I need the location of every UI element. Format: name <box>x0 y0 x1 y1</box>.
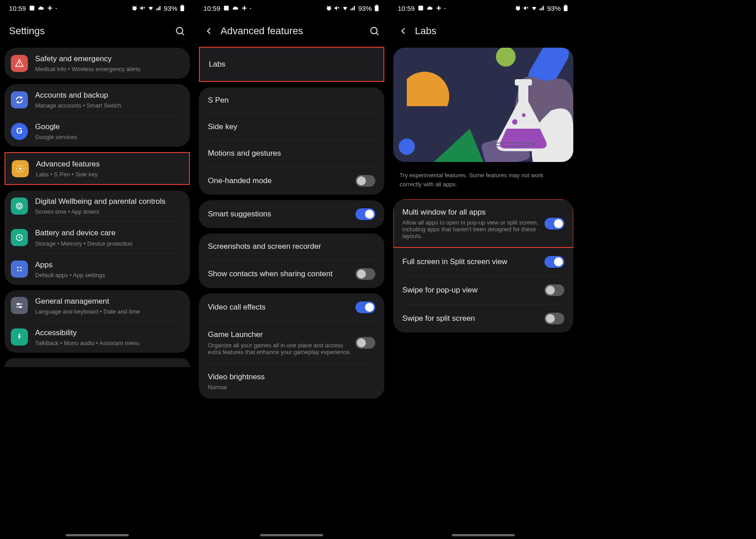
af-row-video-effects[interactable]: Video call effects <box>199 293 384 321</box>
sync-icon <box>11 91 28 108</box>
heart-icon <box>11 198 28 215</box>
svg-rect-33 <box>418 6 423 11</box>
settings-row-accounts[interactable]: Accounts and backup Manage accounts • Sm… <box>4 84 190 115</box>
header: Labs <box>389 16 578 48</box>
settings-group: General management Language and keyboard… <box>4 290 190 353</box>
apps-icon <box>11 261 28 278</box>
labs-row-swipe-popup[interactable]: Swipe for pop-up view <box>393 276 573 304</box>
toggle-smart-suggestions[interactable] <box>356 208 375 220</box>
svg-point-36 <box>516 6 520 10</box>
sliders-icon <box>11 297 28 314</box>
svg-rect-0 <box>29 6 34 11</box>
row-sub: Medical info • Wireless emergency alerts <box>35 66 181 72</box>
battery-text: 93% <box>547 4 561 12</box>
row-title: Show contacts when sharing content <box>208 269 356 279</box>
svg-rect-48 <box>515 79 532 85</box>
wifi-icon <box>531 5 537 11</box>
phone-labs: 10:59 • 93% Labs <box>389 0 578 539</box>
home-indicator[interactable] <box>66 534 129 536</box>
home-indicator[interactable] <box>452 534 515 536</box>
home-indicator[interactable] <box>260 534 323 536</box>
af-row-motions[interactable]: Motions and gestures <box>199 140 384 166</box>
cross-icon <box>47 5 53 11</box>
labs-hero-image <box>393 48 573 162</box>
toggle-fullscreen-split[interactable] <box>544 256 564 268</box>
af-row-show-contacts[interactable]: Show contacts when sharing content <box>199 260 384 288</box>
settings-group-peek <box>4 358 190 367</box>
svg-point-21 <box>20 306 21 308</box>
toggle-onehanded[interactable] <box>356 175 375 187</box>
row-title: Advanced features <box>36 159 180 169</box>
af-row-game-launcher[interactable]: Game Launcher Organize all your games al… <box>199 322 384 363</box>
settings-row-battery[interactable]: Battery and device care Storage • Memory… <box>4 222 190 253</box>
settings-row-safety[interactable]: Safety and emergency Medical info • Wire… <box>4 48 190 79</box>
search-button[interactable] <box>175 26 185 36</box>
status-bar: 10:59 • 93% <box>194 0 389 16</box>
accessibility-icon <box>11 328 28 346</box>
toggle-video-effects[interactable] <box>356 301 375 313</box>
row-title: One-handed mode <box>208 176 356 186</box>
labs-row-multiwindow[interactable]: Multi window for all apps Allow all apps… <box>393 199 573 247</box>
row-sub: TalkBack • Mono audio • Assistant menu <box>35 340 181 346</box>
row-sub: Default apps • App settings <box>35 272 181 278</box>
af-row-screenshots[interactable]: Screenshots and screen recorder <box>199 234 384 260</box>
toggle-multiwindow[interactable] <box>544 218 564 229</box>
page-title: Advanced features <box>220 25 303 37</box>
labs-row-fullscreen-split[interactable]: Full screen in Split screen view <box>393 248 573 276</box>
settings-row-general[interactable]: General management Language and keyboard… <box>4 290 190 321</box>
af-row-onehanded[interactable]: One-handed mode <box>199 167 384 195</box>
af-row-labs[interactable]: Labs <box>200 48 383 81</box>
signal-icon <box>539 5 545 11</box>
svg-point-31 <box>371 27 377 34</box>
af-row-video-brightness[interactable]: Video brightness Normal <box>199 364 384 399</box>
svg-point-17 <box>20 270 22 271</box>
svg-point-10 <box>19 167 22 170</box>
back-button[interactable] <box>203 26 214 36</box>
row-title: Labs <box>209 59 374 69</box>
toggle-swipe-popup[interactable] <box>544 284 564 296</box>
device-care-icon <box>11 229 28 246</box>
row-title: Swipe for split screen <box>402 314 544 323</box>
svg-rect-30 <box>376 5 377 6</box>
row-sub: Language and keyboard • Date and time <box>35 308 181 315</box>
af-row-sidekey[interactable]: Side key <box>199 114 384 140</box>
toggle-show-contacts[interactable] <box>356 268 375 280</box>
status-time: 10:59 <box>9 4 26 12</box>
page-title: Labs <box>415 25 436 37</box>
af-row-spen[interactable]: S Pen <box>199 87 384 113</box>
svg-rect-23 <box>224 6 229 11</box>
af-group-labs: Labs <box>199 47 384 82</box>
labs-row-swipe-split[interactable]: Swipe for split screen <box>393 305 573 332</box>
row-title: Smart suggestions <box>208 209 356 219</box>
svg-line-32 <box>376 33 378 35</box>
cloud-icon <box>427 5 433 11</box>
settings-row-advanced-features[interactable]: Advanced features Labs • S Pen • Side ke… <box>5 153 189 184</box>
svg-point-16 <box>17 270 18 271</box>
settings-group-advanced: Advanced features Labs • S Pen • Side ke… <box>4 152 190 185</box>
battery-icon <box>562 5 569 11</box>
gear-icon <box>12 160 29 177</box>
settings-row-accessibility[interactable]: Accessibility TalkBack • Mono audio • As… <box>4 322 190 353</box>
settings-row-wellbeing[interactable]: Digital Wellbeing and parental controls … <box>4 190 190 221</box>
svg-point-15 <box>20 267 22 268</box>
status-more: • <box>250 6 252 10</box>
search-button[interactable] <box>369 26 380 36</box>
row-sub: Allow all apps to open in pop-up view or… <box>402 219 544 239</box>
toggle-swipe-split[interactable] <box>544 313 564 324</box>
status-bar: 10:59 • 93% <box>0 0 194 16</box>
row-title: General management <box>35 296 181 306</box>
status-time: 10:59 <box>398 4 415 12</box>
row-title: Full screen in Split screen view <box>402 257 544 267</box>
status-more: • <box>56 6 57 10</box>
gallery-icon <box>29 5 35 11</box>
settings-row-apps[interactable]: Apps Default apps • App settings <box>4 254 190 285</box>
back-button[interactable] <box>398 26 409 36</box>
svg-point-26 <box>327 6 331 10</box>
settings-row-google[interactable]: G Google Google services <box>4 116 190 147</box>
cloud-icon <box>38 5 44 11</box>
af-row-smart-suggestions[interactable]: Smart suggestions <box>199 200 384 228</box>
row-title: Battery and device care <box>35 228 181 238</box>
mute-icon <box>334 5 340 11</box>
toggle-game-launcher[interactable] <box>356 337 375 349</box>
mute-icon <box>140 5 146 11</box>
